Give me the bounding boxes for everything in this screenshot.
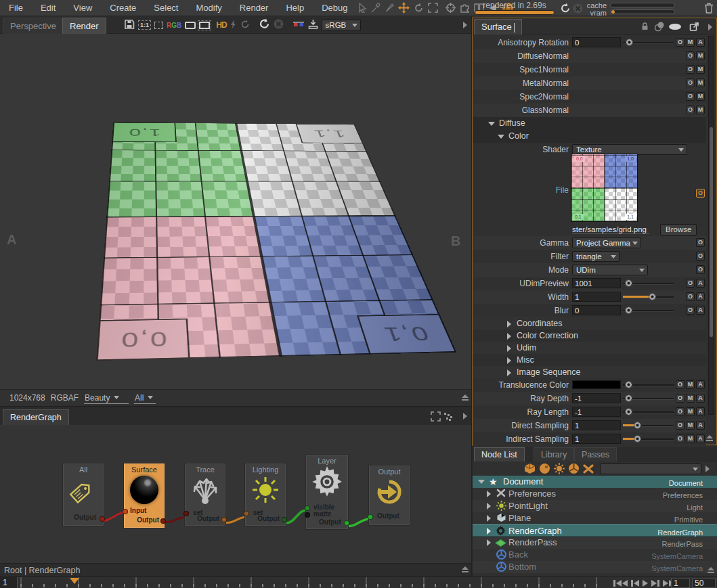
- collapse-triangle-icon[interactable]: [498, 135, 504, 142]
- node-filter-dropdown[interactable]: [600, 463, 701, 474]
- tree-row-renderpass[interactable]: RenderPass RenderPass: [473, 537, 717, 549]
- display-rect-icon[interactable]: [185, 22, 196, 29]
- animate-button[interactable]: A: [696, 38, 705, 47]
- section-color-correction[interactable]: Color Correction: [473, 330, 706, 342]
- override-button[interactable]: O: [676, 434, 685, 443]
- refresh-icon[interactable]: [560, 3, 571, 14]
- port-input[interactable]: [368, 514, 373, 520]
- restart-render-icon[interactable]: [259, 18, 270, 32]
- override-button[interactable]: O: [686, 106, 695, 114]
- file-path-field[interactable]: ster/samples/grid.png: [572, 225, 649, 234]
- direct-sampling-input[interactable]: [572, 420, 621, 430]
- menu-create[interactable]: Create: [101, 0, 145, 16]
- motion-button[interactable]: M: [696, 51, 705, 60]
- tree-row-rendergraph[interactable]: RenderGraph RenderGraph: [473, 524, 717, 537]
- blur-input[interactable]: [572, 305, 621, 315]
- motion-button[interactable]: M: [696, 78, 705, 87]
- override-button[interactable]: O: [676, 380, 685, 389]
- blur-slider[interactable]: [623, 304, 674, 317]
- override-button[interactable]: O: [686, 51, 695, 60]
- direct-sampling-slider[interactable]: [623, 419, 674, 432]
- menu-help[interactable]: Help: [277, 0, 313, 16]
- tree-row-preferences[interactable]: Preferences Preferences: [473, 488, 717, 500]
- expand-triangle-icon[interactable]: [487, 539, 494, 546]
- section-misc[interactable]: Misc: [473, 354, 706, 366]
- stop-render-icon[interactable]: [573, 3, 583, 14]
- tab-render[interactable]: Render: [62, 18, 106, 34]
- port-input[interactable]: [123, 509, 128, 514]
- panel-scroll-eject-icon[interactable]: [461, 566, 469, 572]
- range-end-input[interactable]: [692, 578, 716, 588]
- render-region-icon[interactable]: [199, 22, 210, 29]
- section-udim[interactable]: Udim: [473, 342, 706, 354]
- step-forward-button[interactable]: [651, 580, 660, 587]
- expand-triangle-icon[interactable]: [487, 528, 494, 535]
- progressive-bolt-icon[interactable]: [230, 20, 237, 31]
- motion-button[interactable]: M: [696, 92, 705, 101]
- port-input[interactable]: [305, 505, 310, 511]
- tree-row-plane[interactable]: Plane Primitive: [473, 512, 717, 524]
- filter-dropdown[interactable]: triangle: [572, 251, 620, 262]
- override-button[interactable]: O: [696, 238, 705, 247]
- override-button[interactable]: O: [676, 38, 685, 47]
- color-swatch[interactable]: [572, 380, 621, 389]
- graph-node-all[interactable]: All Output: [63, 463, 104, 526]
- animate-button[interactable]: A: [696, 279, 705, 288]
- menu-view[interactable]: View: [64, 0, 101, 16]
- port-input[interactable]: [244, 511, 249, 516]
- go-to-start-button[interactable]: [613, 580, 628, 587]
- trash-icon[interactable]: [704, 3, 714, 14]
- colorspace-dropdown[interactable]: sRGB: [322, 20, 361, 31]
- tree-row-pointlight[interactable]: PointLight Light: [473, 500, 717, 512]
- rotate-tool-icon[interactable]: [414, 3, 424, 13]
- tab-perspective[interactable]: Perspective: [3, 18, 64, 34]
- motion-button[interactable]: M: [686, 394, 695, 403]
- toolbar-overflow-arrow-icon[interactable]: [463, 22, 471, 28]
- timeline[interactable]: 1: [0, 576, 717, 588]
- expand-triangle-icon[interactable]: [487, 503, 494, 510]
- udimpreview-input[interactable]: [572, 278, 621, 288]
- motion-button[interactable]: M: [686, 421, 695, 430]
- node-graph-canvas[interactable]: All Output Surface Input Output Trace se…: [0, 425, 472, 563]
- anisotropy-rotation-input[interactable]: [572, 37, 621, 47]
- filter-material-icon[interactable]: [539, 463, 550, 474]
- tree-row-document[interactable]: ★ Document Document: [473, 476, 717, 488]
- override-button[interactable]: O: [676, 394, 685, 403]
- move-tool-icon[interactable]: [398, 2, 410, 14]
- override-button[interactable]: O: [676, 421, 685, 430]
- channel-dropdown[interactable]: Beauty: [84, 392, 129, 404]
- zoom-one-to-one-icon[interactable]: 1:1: [138, 20, 151, 30]
- port-input[interactable]: [183, 511, 189, 516]
- animate-button[interactable]: A: [696, 407, 705, 416]
- animate-button[interactable]: A: [696, 292, 705, 301]
- layers-circles-icon[interactable]: [654, 21, 665, 34]
- animate-button[interactable]: A: [696, 380, 705, 389]
- region-select-icon[interactable]: [154, 22, 163, 29]
- graph-node-layer[interactable]: Layer visible matte Output: [306, 455, 348, 529]
- expand-triangle-icon[interactable]: [507, 333, 515, 340]
- override-button[interactable]: O: [696, 252, 705, 261]
- scrollbar-thumb[interactable]: [710, 127, 713, 337]
- indirect-sampling-slider[interactable]: [623, 432, 674, 446]
- fit-view-icon[interactable]: [431, 411, 441, 424]
- stereo-glasses-icon[interactable]: [292, 20, 305, 30]
- ray-length-input[interactable]: [572, 407, 621, 417]
- menu-render[interactable]: Render: [231, 0, 278, 16]
- override-button[interactable]: O: [686, 78, 695, 87]
- filter-tools-icon[interactable]: [582, 463, 594, 474]
- collapse-triangle-icon[interactable]: [478, 480, 485, 487]
- panel-scroll-eject-icon[interactable]: [461, 394, 469, 401]
- panel-scroll-eject-icon[interactable]: [707, 567, 715, 573]
- menu-select[interactable]: Select: [145, 0, 187, 16]
- graph-node-surface[interactable]: Surface Input Output: [124, 463, 165, 528]
- port-output[interactable]: [100, 516, 105, 522]
- port-input[interactable]: [305, 512, 310, 518]
- override-button[interactable]: O: [686, 306, 695, 315]
- expand-triangle-icon[interactable]: [507, 357, 515, 364]
- abort-render-icon[interactable]: [274, 19, 284, 31]
- plugin-puzzle-icon[interactable]: [460, 3, 470, 13]
- render-viewport[interactable]: 1,0 1,1 0,0 0,1 A B: [0, 34, 472, 389]
- anisotropy-rotation-slider[interactable]: [623, 36, 674, 49]
- menu-edit[interactable]: Edit: [32, 0, 64, 16]
- port-output[interactable]: [282, 517, 287, 522]
